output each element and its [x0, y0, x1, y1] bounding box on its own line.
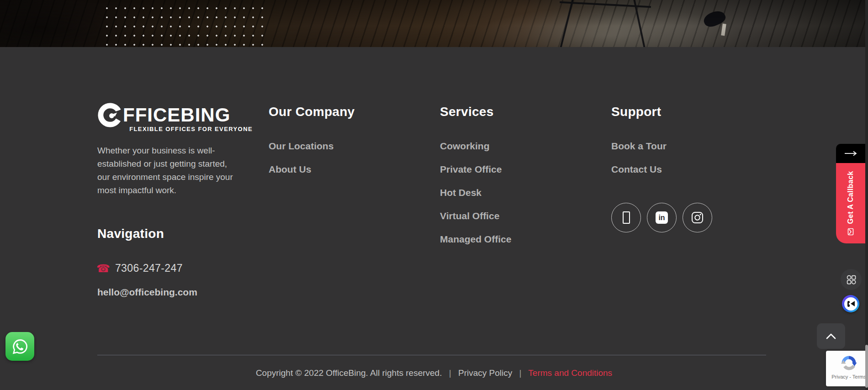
- footer-column-services: Services Coworking Private Office Hot De…: [440, 104, 511, 244]
- right-arrow-icon: [844, 151, 857, 156]
- recaptcha-privacy-terms: Privacy - Terms: [826, 374, 868, 379]
- brand-description: Whether your business is well-establishe…: [97, 144, 234, 197]
- officebing-footer-page: FFICEBING FLEXIBLE OFFICES FOR EVERYONE …: [0, 0, 868, 390]
- link-book-a-tour[interactable]: Book a Tour: [611, 141, 667, 151]
- callback-arrow-tab[interactable]: [836, 144, 865, 163]
- robot-face-icon: [844, 297, 857, 311]
- chatbot-button[interactable]: [842, 295, 859, 312]
- phone-number: 7306-247-247: [115, 262, 183, 274]
- copyright-bar: Copyright © 2022 OfficeBing. All rights …: [0, 368, 868, 378]
- privacy-policy-link[interactable]: Privacy Policy: [458, 368, 512, 378]
- recaptcha-icon: [840, 354, 858, 372]
- telephone-icon: ☎: [96, 263, 110, 274]
- whatsapp-icon: [11, 337, 29, 356]
- services-heading: Services: [440, 104, 511, 120]
- widget-launcher-button[interactable]: [841, 269, 862, 290]
- footer-column-support: Support Book a Tour Contact Us: [611, 104, 667, 174]
- support-heading: Support: [611, 104, 667, 120]
- link-managed-office[interactable]: Managed Office: [440, 234, 511, 244]
- scroll-to-top-button[interactable]: [817, 323, 845, 349]
- logo-o-icon: [97, 102, 123, 128]
- link-virtual-office[interactable]: Virtual Office: [440, 211, 511, 221]
- link-our-locations[interactable]: Our Locations: [269, 141, 355, 151]
- instagram-icon: [691, 211, 704, 224]
- grid-icon: [846, 274, 857, 285]
- scrollbar-thumb[interactable]: [865, 345, 868, 388]
- social-facebook-button[interactable]: [611, 203, 641, 232]
- link-private-office[interactable]: Private Office: [440, 164, 511, 174]
- separator: |: [449, 368, 451, 378]
- social-instagram-button[interactable]: [683, 203, 712, 232]
- scrollbar-track[interactable]: [865, 0, 868, 390]
- link-about-us[interactable]: About Us: [269, 164, 355, 174]
- social-linkedin-button[interactable]: in: [647, 203, 677, 232]
- footer-divider: [97, 355, 766, 355]
- navigation-heading: Navigation: [97, 226, 164, 242]
- phone-contact[interactable]: ☎ 7306-247-247: [96, 262, 183, 274]
- our-company-heading: Our Company: [269, 104, 355, 120]
- chevron-up-icon: [826, 333, 836, 339]
- facebook-placeholder-icon: [623, 211, 630, 224]
- terms-and-conditions-link[interactable]: Terms and Conditions: [528, 368, 612, 378]
- link-coworking[interactable]: Coworking: [440, 141, 511, 151]
- hero-photo: [0, 0, 868, 47]
- footer-column-our-company: Our Company Our Locations About Us: [269, 104, 355, 174]
- linkedin-icon: in: [656, 211, 668, 224]
- separator: |: [519, 368, 521, 378]
- recaptcha-badge[interactable]: Privacy - Terms: [826, 351, 868, 386]
- hero-dot-pattern: [102, 4, 269, 47]
- get-a-callback-ribbon[interactable]: Get A Callback: [836, 163, 865, 243]
- whatsapp-button[interactable]: [5, 332, 34, 361]
- logo-text: FFICEBING: [123, 105, 230, 126]
- officebing-logo[interactable]: FFICEBING FLEXIBLE OFFICES FOR EVERYONE: [97, 102, 253, 132]
- link-hot-desk[interactable]: Hot Desk: [440, 188, 511, 198]
- copyright-text: Copyright © 2022 OfficeBing. All rights …: [256, 368, 442, 378]
- social-links-row: in: [611, 203, 718, 232]
- link-contact-us[interactable]: Contact Us: [611, 164, 667, 174]
- callback-label: Get A Callback: [847, 171, 855, 224]
- envelope-icon: [847, 228, 854, 235]
- email-link[interactable]: hello@officebing.com: [97, 287, 197, 298]
